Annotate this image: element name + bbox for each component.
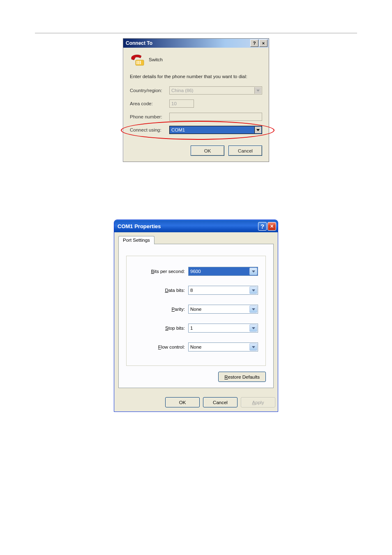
titlebar: Connect To ? × [123,39,269,48]
connect-using-value: COM1 [171,127,185,132]
stop-bits-dropdown[interactable]: 1 [188,324,258,333]
data-bits-value: 8 [190,288,193,293]
chevron-down-icon[interactable] [249,343,257,351]
connect-using-dropdown[interactable]: COM1 [169,126,262,134]
titlebar: COM1 Properties ? × [114,220,278,232]
data-bits-dropdown[interactable]: 8 [188,286,258,295]
connect-using-label: Connect using: [130,127,169,132]
ok-button[interactable]: OK [165,397,200,407]
area-code-label: Area code: [130,101,169,106]
close-button[interactable]: × [259,39,267,47]
tab-panel: Bits per second: 9600 Data bits: 8 [118,244,274,388]
phone-number-label: Phone number: [130,114,169,119]
help-button[interactable]: ? [250,39,258,47]
stop-bits-value: 1 [190,326,193,331]
chevron-down-icon[interactable] [254,127,261,133]
area-code-input: 10 [169,99,194,108]
restore-defaults-button[interactable]: Restore Defaults [218,372,266,382]
window-title: COM1 Properties [118,223,161,229]
flow-control-label: Flow control: [158,345,185,349]
flow-control-dropdown[interactable]: None [188,342,258,352]
chevron-down-icon[interactable] [249,305,257,313]
country-value: China (86) [171,88,194,93]
parity-label: Parity: [171,307,185,312]
phone-number-input [169,113,262,121]
instruction-text: Enter details for the phone number that … [130,74,262,79]
help-button[interactable]: ? [258,222,267,231]
connect-to-dialog: Connect To ? × Swit [123,38,269,162]
svg-rect-4 [136,62,138,63]
chevron-down-icon[interactable] [249,324,257,332]
bits-per-second-label: Bits per second: [151,269,185,274]
chevron-down-icon[interactable] [249,287,257,294]
cancel-button[interactable]: Cancel [203,397,238,407]
country-dropdown: China (86) [169,86,262,95]
svg-rect-5 [138,62,139,63]
cancel-button[interactable]: Cancel [228,146,262,156]
ok-button[interactable]: OK [191,146,224,156]
flow-control-value: None [190,345,202,349]
com1-properties-dialog: COM1 Properties ? × Port Settings Bits p… [114,220,278,412]
stop-bits-label: Stop bits: [165,326,185,331]
tab-strip: Port Settings [118,236,274,244]
chevron-down-icon[interactable] [249,268,257,275]
svg-rect-6 [140,62,141,63]
chevron-down-icon [254,87,261,94]
close-button[interactable]: × [267,222,276,231]
area-code-value: 10 [171,101,177,106]
bits-per-second-value: 9600 [190,269,201,274]
svg-rect-1 [136,61,138,62]
tab-port-settings[interactable]: Port Settings [118,236,154,244]
data-bits-label: Data bits: [165,288,185,293]
phone-icon [130,53,145,67]
svg-rect-8 [138,63,139,64]
bits-per-second-dropdown[interactable]: 9600 [188,267,258,276]
svg-rect-9 [140,63,141,64]
svg-rect-3 [140,61,141,62]
window-title: Connect To [126,40,152,46]
connection-name: Switch [149,57,163,62]
parity-value: None [190,307,202,312]
country-label: Country/region: [130,88,169,93]
parity-dropdown[interactable]: None [188,305,258,314]
svg-rect-7 [136,63,138,64]
apply-button[interactable]: Apply [241,397,275,407]
settings-group: Bits per second: 9600 Data bits: 8 [126,256,266,366]
svg-rect-2 [138,61,139,62]
